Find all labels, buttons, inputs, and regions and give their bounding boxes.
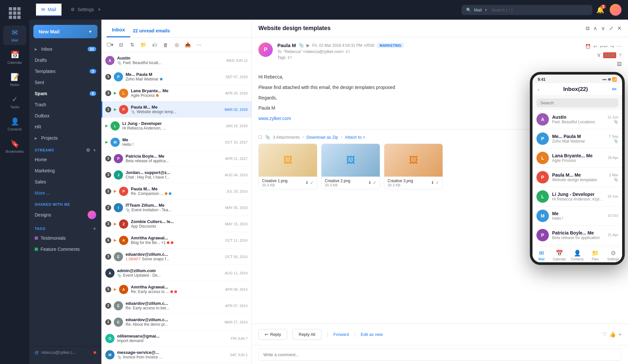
new-mail-button[interactable]: New Mail ▼ [33, 25, 97, 38]
nav-tag-testimonials[interactable]: Testimonials [29, 233, 101, 244]
nav-stream-marketing[interactable]: Marketing [29, 165, 101, 176]
nav-stream-home[interactable]: Home [29, 154, 101, 165]
nav-stream-more[interactable]: More ... [29, 187, 101, 199]
notification-button[interactable]: 🔔 2 [596, 6, 604, 14]
nav-sent[interactable]: Sent [29, 77, 101, 88]
attachment-item[interactable]: 🖼 Creative 3.png 20.3 KB ⬇ ✓ [384, 144, 443, 189]
image-toggle-icon[interactable]: 🖼 [617, 61, 621, 67]
close-reader-icon[interactable]: ✕ [617, 25, 621, 31]
download-icon[interactable]: ⬇ [431, 180, 434, 185]
delete-button[interactable]: 🗑 [161, 40, 170, 49]
forward-link[interactable]: Forward [333, 332, 349, 337]
app-grid-icon[interactable] [8, 7, 21, 20]
nav-outbox[interactable]: Outbox [29, 110, 101, 121]
mail-item[interactable]: 2 I ITTeam Zillum... Me 📎Event Invitatio… [101, 199, 252, 216]
website-link[interactable]: www.zylker.com [258, 116, 291, 121]
mail-item[interactable]: 1 ▶ P Paula M... Me 📎Website design temp… [101, 101, 252, 118]
mail-item[interactable]: A admin@zillum.com 📎Event Updated - De..… [101, 265, 252, 281]
mail-item[interactable]: 3 E eduardov@zillum.c... 1 DRAFTSome sna… [101, 249, 252, 265]
sidebar-icon-tasks[interactable]: ✓ Tasks [3, 92, 26, 112]
mail-item[interactable]: ▶ L Li Jung - Developer Hi Rebecca Ander… [101, 118, 252, 134]
nav-tag-feature-comments[interactable]: Feature Comments [29, 244, 101, 255]
tags-add-icon[interactable]: + [93, 226, 96, 231]
streams-settings-icon[interactable]: ⚙ [86, 147, 91, 153]
mobile-nav-settings[interactable]: ⚙ Settings [604, 250, 622, 261]
mobile-nav-files[interactable]: 📁 Files [586, 250, 604, 261]
heart-reaction[interactable]: ♡ [602, 331, 607, 338]
mail-item[interactable]: 2 ▶ P Paula M... Me Re. Comparison ... J… [101, 183, 252, 199]
search-bar[interactable]: 🔍 Mail ▼ Search ( / ) [462, 5, 592, 15]
tab-mail[interactable]: ✉ Mail [36, 4, 61, 16]
mail-item[interactable]: 3 ▶ Z Zombie Cutters... le... App Discou… [101, 216, 252, 232]
mobile-nav-contacts[interactable]: 👤 Contacts [568, 250, 586, 261]
mail-item[interactable]: A Austin 📎Fwd: Beautiful locati... WED J… [101, 52, 252, 69]
sidebar-icon-contacts[interactable]: 👤 Contacts [3, 114, 26, 134]
reply-all-button[interactable]: Reply All [292, 329, 322, 340]
settings-tab-close[interactable]: ✕ [98, 8, 101, 12]
streams-add-icon[interactable]: + [93, 147, 96, 153]
reply-icon[interactable]: ↩ [593, 44, 597, 49]
download-icon[interactable]: ⬇ [305, 180, 309, 185]
mail-item[interactable]: 2 E eduardov@zillum.c... Re: About the d… [101, 314, 252, 330]
reply-button[interactable]: ↩ Reply [258, 329, 287, 340]
mail-item[interactable]: O olilienwuaru@gmai... Import demand FRI… [101, 330, 252, 347]
mail-item[interactable]: 5 P Me... Paula M Zoho Mail Webinar SEP … [101, 69, 252, 85]
attach-to-link[interactable]: Attach to > [345, 135, 365, 140]
mail-item[interactable]: 2 E eduardov@zillum.c... Re: Early acces… [101, 298, 252, 314]
add-reaction[interactable]: + [619, 332, 621, 338]
nav-hr[interactable]: HR [29, 121, 101, 132]
nav-projects[interactable]: ▶ Projects [29, 132, 101, 144]
nav-stream-sales[interactable]: Sales [29, 176, 101, 187]
mobile-mail-item[interactable]: L Lana Bryante... Me Agile Process 26 Ap… [532, 148, 622, 168]
next-email-icon[interactable]: ∨ [601, 25, 605, 31]
mobile-mail-item[interactable]: P Paula M... Me Website design templates… [532, 168, 622, 187]
nav-shared-designs[interactable]: Designs [29, 208, 101, 222]
sidebar-icon-calendar[interactable]: 📅 Calendar [3, 48, 26, 67]
edit-as-new-link[interactable]: Edit as new [361, 332, 383, 337]
reply-all-icon[interactable]: ↩↩ [600, 44, 608, 49]
forward-icon[interactable]: ↪ [610, 44, 614, 49]
mobile-mail-item[interactable]: M Me Hello ! 10 Oct [532, 206, 622, 226]
tag-add-icon[interactable]: 🏷 [288, 55, 291, 60]
tag-button[interactable]: 🏷 [150, 40, 159, 49]
inbox-tab[interactable]: Inbox [107, 24, 130, 37]
nav-spam[interactable]: Spam 6 [29, 88, 101, 99]
help-icon[interactable]: ? [619, 53, 621, 58]
nav-templates[interactable]: Templates 3 [29, 66, 101, 77]
more-options-button[interactable]: ⋯ [194, 40, 203, 49]
mobile-mail-item[interactable]: P Me... Paula M Zoho Mail Webinar 7 Sep … [532, 129, 622, 148]
nav-trash[interactable]: Trash [29, 99, 101, 110]
mobile-search-input[interactable] [536, 98, 618, 107]
nav-inbox[interactable]: ▶ Inbox 22 [29, 43, 101, 55]
mobile-mail-item[interactable]: L Li Jung - Developer Hi Rebecca Anderso… [532, 187, 622, 206]
mail-item[interactable]: 3 J Jordan... support@z... Chat : Hey Pa… [101, 167, 252, 183]
comment-input[interactable] [258, 349, 621, 361]
mobile-compose-button[interactable]: ✏ [612, 86, 617, 93]
mobile-nav-calendar[interactable]: 📅 Calendar [550, 250, 568, 261]
sidebar-icon-mail[interactable]: ✉ Mail [3, 26, 26, 45]
folder-button[interactable]: 📁 [139, 40, 148, 49]
move-button[interactable]: 📤 [183, 40, 192, 49]
archive-button[interactable]: ◎ [172, 40, 181, 49]
mail-item[interactable]: 6 ▶ A Amritha Agrawal... Blog for the Be… [101, 232, 252, 249]
sort-button[interactable]: ⇅ [128, 40, 137, 49]
thumbsup-reaction[interactable]: 👍 [609, 331, 616, 338]
user-avatar[interactable] [610, 4, 621, 16]
mobile-nav-mail[interactable]: ✉ Mail [532, 250, 550, 261]
mail-item[interactable]: ▶ M Me Hello ! OCT 10, 2017 [101, 134, 252, 150]
sidebar-icon-notes[interactable]: 📝 Notes [3, 70, 26, 90]
filter-button[interactable]: ⊟ [116, 40, 126, 49]
mobile-back-button[interactable]: ‹ [538, 87, 539, 92]
popout-icon[interactable]: ⧉ [586, 26, 589, 31]
expand-icon[interactable]: ⤢ [609, 25, 613, 31]
mobile-mail-item[interactable]: A Austin Fwd: Beautiful Locations 12 Jun… [532, 110, 622, 129]
download-zip-link[interactable]: Download as Zip [306, 135, 338, 140]
checkbox-icon[interactable]: ☐ [258, 135, 262, 140]
mail-item[interactable]: 3 ▶ L Lana Bryante... Me Agile Process A… [101, 85, 252, 101]
remind-icon[interactable]: ⏰ [585, 44, 591, 49]
mobile-mail-item[interactable]: P Patricia Boyle... Me Beta release for … [532, 226, 622, 245]
attachment-item[interactable]: 🖼 Creative 2.png 20.3 KB ⬇ ✓ [321, 144, 380, 189]
nav-drafts[interactable]: Drafts [29, 55, 101, 66]
mail-item[interactable]: 5 ▶ A Amritha Agrawal... Re: Early acces… [101, 281, 252, 298]
mail-item[interactable]: 3 P Patricia Boyle... Me Beta release of… [101, 150, 252, 167]
